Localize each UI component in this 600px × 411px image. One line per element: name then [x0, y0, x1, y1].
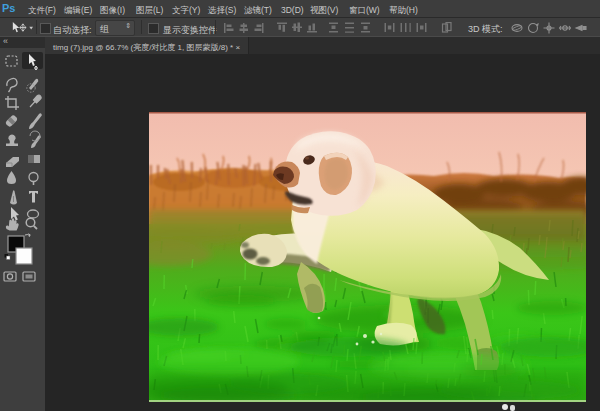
svg-text:3D 模式:: 3D 模式: [468, 24, 503, 34]
